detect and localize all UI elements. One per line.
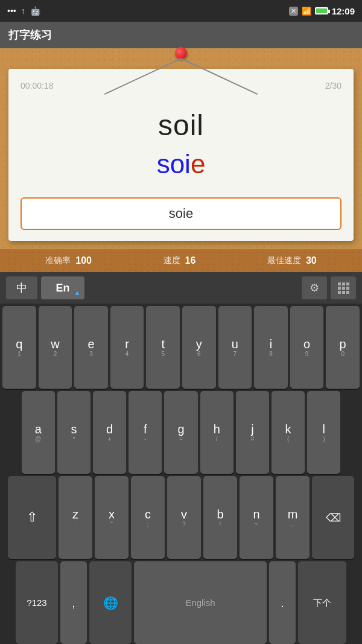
key-c[interactable]: c; [131, 476, 165, 559]
typed-char-s: s [157, 149, 170, 179]
ime-zh-label: 中 [16, 281, 27, 295]
grid-icon [338, 282, 349, 294]
key-main-label: s [71, 423, 77, 435]
key-g[interactable]: g= [164, 391, 197, 474]
key-main-label: a [35, 423, 42, 435]
key-space[interactable]: English [134, 561, 267, 644]
key-row-4: ?123,🌐English.下个 [2, 561, 360, 644]
title-bar: 打字练习 [0, 22, 362, 48]
ime-en-label: En [56, 282, 69, 295]
accuracy-value: 100 [75, 255, 92, 266]
key-r[interactable]: r4 [110, 306, 144, 389]
row2-spacer-left [2, 391, 19, 474]
key-main-label: q [16, 338, 22, 350]
status-android-icon: 🤖 [30, 6, 40, 16]
key-f[interactable]: f- [129, 391, 162, 474]
key-main-label: m [288, 508, 298, 520]
card-input[interactable]: soie [21, 197, 341, 230]
key-o[interactable]: o9 [290, 306, 324, 389]
key-main-label: i [270, 338, 272, 350]
status-right: ✕ 📶 12:09 [289, 6, 355, 16]
ime-grid-button[interactable] [331, 276, 356, 299]
key-main-label: f [144, 423, 147, 435]
space-label: English [185, 598, 215, 607]
key-shift[interactable]: ⇧ [8, 476, 56, 559]
key-sym[interactable]: ?123 [16, 561, 58, 644]
page-title: 打字练习 [8, 28, 52, 42]
typed-char-o: o [170, 149, 185, 179]
key-main-label: y [196, 338, 202, 350]
key-z[interactable]: z: [59, 476, 92, 559]
key-k[interactable]: k( [272, 391, 305, 474]
key-row-1: q1w2e3r4t5y6u7i8o9p0 [2, 306, 360, 389]
key-u[interactable]: u7 [218, 306, 252, 389]
ime-gear-button[interactable]: ⚙ [302, 276, 327, 299]
ime-chinese-button[interactable]: 中 [6, 276, 37, 299]
key-h[interactable]: h/ [200, 391, 233, 474]
key-comma[interactable]: , [60, 561, 87, 644]
key-e[interactable]: e3 [74, 306, 108, 389]
status-time: 12:09 [332, 6, 355, 16]
stats-bar: 准确率 100 速度 16 最佳速度 30 [0, 249, 362, 272]
row2-spacer-right [343, 391, 360, 474]
key-s[interactable]: s* [57, 391, 91, 474]
key-sub-label: ? [182, 521, 186, 528]
key-main-label: h [214, 423, 220, 435]
status-bar: ••• ↑ 🤖 ✕ 📶 12:09 [0, 0, 362, 22]
key-sub-label: 3 [89, 351, 93, 357]
key-a[interactable]: a@ [22, 391, 55, 474]
key-t[interactable]: t5 [146, 306, 180, 389]
key-main-label: w [51, 338, 59, 350]
key-sub-label: ) [323, 436, 325, 442]
key-w[interactable]: w2 [39, 306, 72, 389]
key-sub-label: 0 [341, 351, 345, 357]
typed-char-i: i [185, 149, 191, 179]
period-label: . [281, 597, 284, 609]
key-n[interactable]: n~ [240, 476, 273, 559]
typed-word: soie [21, 149, 341, 179]
key-sub-label: ( [287, 436, 289, 442]
key-next[interactable]: 下个 [298, 561, 346, 644]
ime-english-button[interactable]: En ▲ [41, 276, 84, 299]
key-m[interactable]: m... [276, 476, 310, 559]
key-x[interactable]: x" [95, 476, 129, 559]
key-sub-label: 6 [197, 351, 201, 357]
key-main-label: n [253, 508, 259, 520]
status-up-arrow: ↑ [21, 6, 25, 16]
best-speed-label: 最佳速度 [267, 255, 301, 266]
pin [175, 47, 187, 59]
key-i[interactable]: i8 [254, 306, 288, 389]
key-main-label: l [323, 423, 325, 435]
key-p[interactable]: p0 [326, 306, 360, 389]
best-speed-value: 30 [306, 255, 317, 266]
key-sub-label: - [144, 436, 146, 442]
key-b[interactable]: b! [203, 476, 237, 559]
key-j[interactable]: j# [236, 391, 269, 474]
accuracy-stat: 准确率 100 [45, 255, 92, 266]
key-backspace[interactable]: ⌫ [312, 476, 354, 559]
key-y[interactable]: y6 [182, 306, 216, 389]
key-sub-label: ! [220, 521, 221, 528]
key-sub-label: 5 [161, 351, 165, 357]
key-main-label: e [87, 338, 94, 350]
card-meta: 00:00:18 2/30 [21, 81, 341, 91]
key-sub-label: 9 [305, 351, 309, 357]
key-main-label: d [106, 423, 113, 435]
gear-icon: ⚙ [310, 281, 319, 295]
best-speed-stat: 最佳速度 30 [267, 255, 317, 266]
key-sub-label: : [75, 521, 77, 528]
key-l[interactable]: l) [307, 391, 340, 474]
key-globe[interactable]: 🌐 [89, 561, 132, 644]
key-period[interactable]: . [269, 561, 296, 644]
key-main-label: u [232, 338, 238, 350]
accuracy-label: 准确率 [45, 255, 71, 266]
key-d[interactable]: d+ [93, 391, 126, 474]
key-q[interactable]: q1 [2, 306, 36, 389]
backspace-icon: ⌫ [326, 512, 341, 523]
key-main-label: p [340, 338, 346, 350]
key-v[interactable]: v? [167, 476, 201, 559]
key-main-label: c [145, 508, 151, 520]
key-main-label: k [285, 423, 291, 435]
next-label: 下个 [313, 598, 331, 607]
key-row-2: a@s*d+f-g=h/j#k(l) [2, 391, 360, 474]
